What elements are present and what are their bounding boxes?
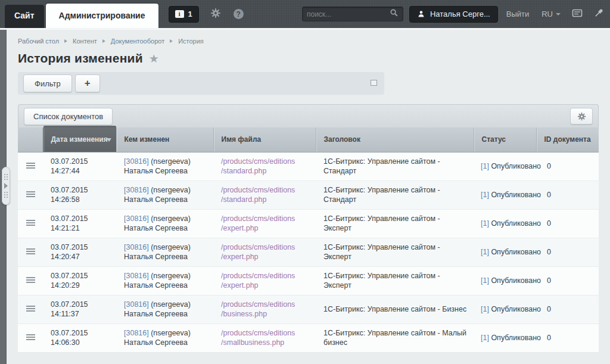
file-link[interactable]: /products/cms/editions /smallbusiness.ph… — [221, 328, 312, 348]
row-menu-icon[interactable] — [26, 306, 35, 312]
status-id-link[interactable]: [1] — [481, 219, 489, 228]
row-menu-icon[interactable] — [26, 191, 35, 197]
table-row[interactable]: 03.07.2015 14:26:58 [30816] (nsergeeva) … — [18, 181, 599, 209]
cell-status: [1] Опубликовано — [474, 323, 536, 352]
cell-doc-id: 0 — [536, 238, 599, 266]
user-id-link[interactable]: [30816] — [124, 329, 149, 337]
language-selector[interactable]: RU — [541, 10, 561, 18]
column-header-filename[interactable]: Имя файла — [213, 127, 316, 152]
column-header-modified-by[interactable]: Кем изменен — [116, 127, 213, 152]
notifications-button[interactable]: i 1 — [169, 6, 199, 23]
column-header-title[interactable]: Заголовок — [316, 127, 474, 152]
logout-link[interactable]: Выйти — [506, 10, 530, 18]
filter-panel-toggle-icon[interactable] — [371, 80, 377, 86]
cell-modified-by: [30816] (nsergeeva) Наталья Сергеева — [116, 266, 213, 295]
column-header-handle — [18, 127, 43, 152]
cell-date: 03.07.2015 14:27:44 — [43, 152, 116, 181]
grid-settings-gear-icon[interactable] — [570, 108, 593, 125]
topbar: Сайт Администрирование i 1 ? — [0, 0, 610, 28]
cell-status: [1] Опубликовано — [474, 238, 536, 266]
cell-modified-by: [30816] (nsergeeva) Наталья Сергеева — [116, 209, 213, 238]
documents-table: Дата изменения Кем изменен Имя файла Заг… — [18, 127, 599, 353]
sidebar-collapsed-rail — [0, 30, 7, 364]
search-input[interactable] — [307, 10, 390, 18]
cell-filename: /products/cms/editions /standard.php — [213, 152, 316, 181]
sidebar-expand-icon[interactable] — [2, 167, 10, 205]
document-list-view-tab[interactable]: Список документов — [24, 108, 113, 125]
tab-administration[interactable]: Администрирование — [46, 4, 158, 28]
user-id-link[interactable]: [30816] — [124, 300, 149, 309]
breadcrumb-content[interactable]: Контент — [73, 38, 97, 45]
column-header-date[interactable]: Дата изменения — [43, 127, 116, 152]
file-link[interactable]: /products/cms/editions /business.php — [221, 300, 312, 319]
documents-grid: Список документов — [18, 104, 599, 353]
lang-caret-icon — [556, 13, 561, 15]
cell-title: 1С-Битрикс: Управление сайтом - Эксперт — [316, 266, 474, 295]
cell-status: [1] Опубликовано — [474, 181, 536, 209]
status-id-link[interactable]: [1] — [481, 191, 489, 199]
tab-site[interactable]: Сайт — [5, 5, 44, 28]
cell-status: [1] Опубликовано — [474, 295, 536, 323]
file-link[interactable]: /products/cms/editions /expert.php — [221, 271, 312, 291]
user-id-link[interactable]: [30816] — [124, 243, 149, 251]
status-id-link[interactable]: [1] — [481, 248, 489, 256]
cell-date: 03.07.2015 14:11:37 — [43, 295, 116, 323]
file-link[interactable]: /products/cms/editions /expert.php — [221, 214, 312, 234]
cell-filename: /products/cms/editions /business.php — [213, 295, 316, 323]
cell-title: 1С-Битрикс: Управление сайтом - Малый би… — [316, 323, 474, 352]
cell-modified-by: [30816] (nsergeeva) Наталья Сергеева — [116, 152, 213, 181]
grip-dots — [4, 173, 8, 181]
table-row[interactable]: 03.07.2015 14:21:21 [30816] (nsergeeva) … — [18, 209, 599, 238]
cell-modified-by: [30816] (nsergeeva) Наталья Сергеева — [116, 181, 213, 209]
column-header-doc-id[interactable]: ID документа — [536, 127, 599, 152]
file-link[interactable]: /products/cms/editions /standard.php — [221, 185, 312, 205]
breadcrumb-separator-icon — [64, 39, 67, 43]
cell-doc-id: 0 — [536, 295, 599, 323]
column-header-status[interactable]: Статус — [474, 127, 536, 152]
row-menu-icon[interactable] — [26, 220, 35, 226]
file-link[interactable]: /products/cms/editions /standard.php — [221, 157, 312, 176]
breadcrumb-desktop[interactable]: Рабочий стол — [18, 38, 59, 45]
filter-button[interactable]: Фильтр — [23, 74, 72, 92]
cell-modified-by: [30816] (nsergeeva) Наталья Сергеева — [116, 238, 213, 266]
search-box — [302, 7, 403, 21]
favorite-star-icon[interactable]: ★ — [149, 52, 159, 66]
status-id-link[interactable]: [1] — [481, 276, 489, 285]
help-icon[interactable]: ? — [234, 9, 244, 19]
table-row[interactable]: 03.07.2015 14:11:37 [30816] (nsergeeva) … — [18, 295, 599, 323]
file-link[interactable]: /products/cms/editions /expert.php — [221, 242, 312, 262]
cell-title: 1С-Битрикс: Управление сайтом - Эксперт — [316, 209, 474, 238]
status-id-link[interactable]: [1] — [481, 162, 489, 170]
row-menu-icon[interactable] — [26, 248, 35, 254]
row-menu-icon[interactable] — [26, 277, 35, 283]
table-row[interactable]: 03.07.2015 14:20:29 [30816] (nsergeeva) … — [18, 266, 599, 295]
add-filter-button[interactable]: + — [75, 74, 100, 92]
table-row[interactable]: 03.07.2015 14:06:30 [30816] (nsergeeva) … — [18, 323, 599, 352]
cell-date: 03.07.2015 14:26:58 — [43, 181, 116, 209]
search-icon[interactable] — [390, 8, 399, 20]
status-id-link[interactable]: [1] — [481, 334, 489, 342]
hotkeys-icon[interactable] — [572, 8, 583, 20]
pin-icon[interactable] — [594, 8, 604, 20]
table-body: 03.07.2015 14:27:44 [30816] (nsergeeva) … — [18, 152, 599, 352]
user-menu-button[interactable]: Наталья Серге... — [409, 6, 498, 23]
user-id-link[interactable]: [30816] — [124, 272, 149, 280]
cell-date: 03.07.2015 14:21:21 — [43, 209, 116, 238]
user-id-link[interactable]: [30816] — [124, 157, 149, 166]
row-menu-icon[interactable] — [26, 334, 35, 340]
row-menu-icon[interactable] — [26, 163, 35, 169]
table-row[interactable]: 03.07.2015 14:27:44 [30816] (nsergeeva) … — [18, 152, 599, 181]
status-id-link[interactable]: [1] — [481, 305, 489, 313]
user-id-link[interactable]: [30816] — [124, 214, 149, 223]
user-id-link[interactable]: [30816] — [124, 186, 149, 194]
cell-title: 1С-Битрикс: Управление сайтом - Стандарт — [316, 152, 474, 181]
cell-title: 1С-Битрикс: Управление сайтом - Бизнес — [316, 295, 474, 323]
cell-status: [1] Опубликовано — [474, 209, 536, 238]
notification-bubble-icon: i — [175, 10, 184, 18]
breadcrumb-history: История — [178, 38, 204, 45]
sort-desc-icon — [107, 138, 111, 142]
settings-gear-icon[interactable] — [210, 8, 221, 21]
breadcrumb-workflow[interactable]: Документооборот — [111, 38, 164, 45]
table-row[interactable]: 03.07.2015 14:20:47 [30816] (nsergeeva) … — [18, 238, 599, 266]
main-content: Рабочий стол Контент Документооборот Ист… — [7, 30, 610, 353]
